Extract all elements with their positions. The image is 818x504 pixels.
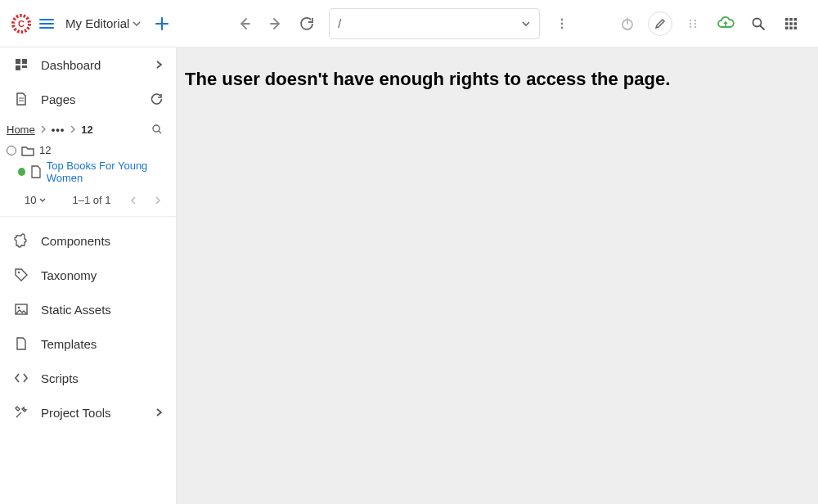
svg-point-3 bbox=[561, 22, 564, 25]
more-options[interactable] bbox=[546, 8, 578, 39]
svg-point-2 bbox=[561, 18, 564, 20]
tree-pager: 10 1–1 of 1 bbox=[0, 186, 176, 217]
breadcrumb-home[interactable]: Home bbox=[7, 124, 35, 136]
pager-range: 1–1 of 1 bbox=[72, 194, 110, 206]
sidebar-item-taxonomy[interactable]: Taxonomy bbox=[0, 258, 176, 292]
svg-point-29 bbox=[18, 307, 20, 309]
svg-point-9 bbox=[694, 22, 696, 24]
svg-rect-21 bbox=[794, 26, 798, 29]
svg-rect-22 bbox=[16, 59, 20, 64]
chevron-right-icon bbox=[155, 60, 163, 70]
app-logo: C bbox=[11, 14, 31, 34]
chevron-down-icon bbox=[521, 19, 531, 29]
svg-point-8 bbox=[690, 22, 691, 24]
svg-rect-25 bbox=[22, 65, 27, 68]
svg-rect-20 bbox=[789, 26, 793, 29]
sidebar-item-templates[interactable]: Templates bbox=[0, 326, 176, 361]
power-button[interactable] bbox=[612, 8, 643, 39]
grip-icon bbox=[687, 18, 699, 29]
refresh-icon[interactable] bbox=[150, 92, 163, 106]
drag-handle[interactable] bbox=[677, 8, 708, 39]
tag-icon bbox=[13, 268, 29, 282]
cloud-upload-icon bbox=[717, 15, 735, 33]
chevron-right-icon bbox=[70, 125, 76, 133]
sidebar-item-components[interactable]: Components bbox=[0, 223, 176, 258]
arrow-left-icon bbox=[237, 16, 252, 31]
svg-point-11 bbox=[694, 25, 696, 27]
svg-point-4 bbox=[561, 26, 564, 29]
url-dropdown[interactable] bbox=[521, 19, 531, 29]
code-icon bbox=[13, 371, 29, 385]
image-icon bbox=[13, 302, 29, 317]
content-area: The user doesn't have enough rights to a… bbox=[177, 47, 818, 504]
apps-button[interactable] bbox=[775, 8, 807, 39]
plus-icon bbox=[154, 16, 170, 32]
folder-label: 12 bbox=[39, 144, 51, 156]
tools-icon bbox=[13, 405, 29, 420]
chevron-down-icon bbox=[133, 20, 141, 28]
menu-icon[interactable] bbox=[38, 15, 56, 33]
reload-icon bbox=[299, 16, 314, 31]
svg-rect-13 bbox=[785, 18, 789, 21]
chevron-down-icon bbox=[39, 197, 46, 204]
puzzle-icon bbox=[13, 233, 29, 248]
header: C My Editorial bbox=[0, 0, 818, 47]
svg-point-10 bbox=[690, 25, 691, 27]
svg-rect-18 bbox=[794, 22, 798, 25]
url-input[interactable] bbox=[338, 17, 521, 30]
reload-button[interactable] bbox=[291, 8, 322, 39]
sidebar-item-label: Pages bbox=[41, 92, 138, 106]
arrow-right-icon bbox=[268, 16, 283, 31]
sidebar-item-label: Static Assets bbox=[41, 303, 163, 317]
chevron-right-icon bbox=[40, 125, 47, 133]
tree-page-link[interactable]: Top Books For Young Women bbox=[47, 160, 169, 184]
svg-rect-23 bbox=[22, 59, 27, 64]
radio-icon bbox=[7, 146, 16, 155]
tree-folder[interactable]: 12 bbox=[0, 142, 176, 158]
pager-next[interactable] bbox=[150, 196, 166, 205]
apps-grid-icon bbox=[784, 16, 798, 31]
svg-rect-16 bbox=[785, 22, 789, 25]
svg-rect-14 bbox=[789, 18, 793, 21]
svg-rect-15 bbox=[794, 18, 798, 21]
edit-button[interactable] bbox=[645, 8, 676, 39]
page-icon bbox=[30, 165, 42, 178]
svg-rect-17 bbox=[789, 22, 793, 25]
add-button[interactable] bbox=[154, 16, 170, 32]
svg-rect-24 bbox=[16, 65, 20, 70]
pencil-icon bbox=[654, 18, 666, 29]
forward-button[interactable] bbox=[260, 8, 291, 39]
more-vertical-icon bbox=[555, 17, 569, 30]
sidebar-item-pages[interactable]: Pages bbox=[0, 82, 176, 116]
page-icon bbox=[13, 92, 29, 106]
breadcrumb: Home ••• 12 bbox=[0, 116, 176, 142]
sidebar-item-label: Templates bbox=[41, 337, 163, 351]
tree-page[interactable]: Top Books For Young Women bbox=[0, 158, 176, 186]
url-bar[interactable] bbox=[329, 8, 540, 39]
status-dot-icon bbox=[18, 168, 25, 176]
power-icon bbox=[620, 16, 635, 31]
dashboard-icon bbox=[13, 57, 29, 72]
document-icon bbox=[13, 336, 29, 351]
pager-prev[interactable] bbox=[125, 196, 142, 205]
folder-icon bbox=[21, 145, 34, 156]
svg-point-7 bbox=[694, 19, 696, 20]
right-toolbar bbox=[612, 8, 807, 39]
error-message: The user doesn't have enough rights to a… bbox=[185, 69, 810, 90]
sidebar-item-scripts[interactable]: Scripts bbox=[0, 361, 176, 395]
sidebar-item-static-assets[interactable]: Static Assets bbox=[0, 292, 176, 326]
publish-button[interactable] bbox=[710, 8, 741, 39]
sidebar-item-dashboard[interactable]: Dashboard bbox=[0, 47, 176, 82]
sidebar-item-label: Dashboard bbox=[41, 58, 143, 72]
tree-search[interactable] bbox=[151, 124, 169, 135]
nav-controls bbox=[229, 8, 322, 39]
workspace-selector[interactable]: My Editorial bbox=[65, 16, 141, 30]
back-button[interactable] bbox=[229, 8, 260, 39]
svg-rect-19 bbox=[785, 26, 789, 29]
sidebar-item-project-tools[interactable]: Project Tools bbox=[0, 395, 176, 430]
svg-point-6 bbox=[690, 19, 691, 20]
pagesize-selector[interactable]: 10 bbox=[25, 194, 46, 206]
sidebar-item-label: Components bbox=[41, 234, 163, 248]
breadcrumb-ellipsis[interactable]: ••• bbox=[52, 124, 65, 136]
search-button[interactable] bbox=[743, 8, 774, 39]
